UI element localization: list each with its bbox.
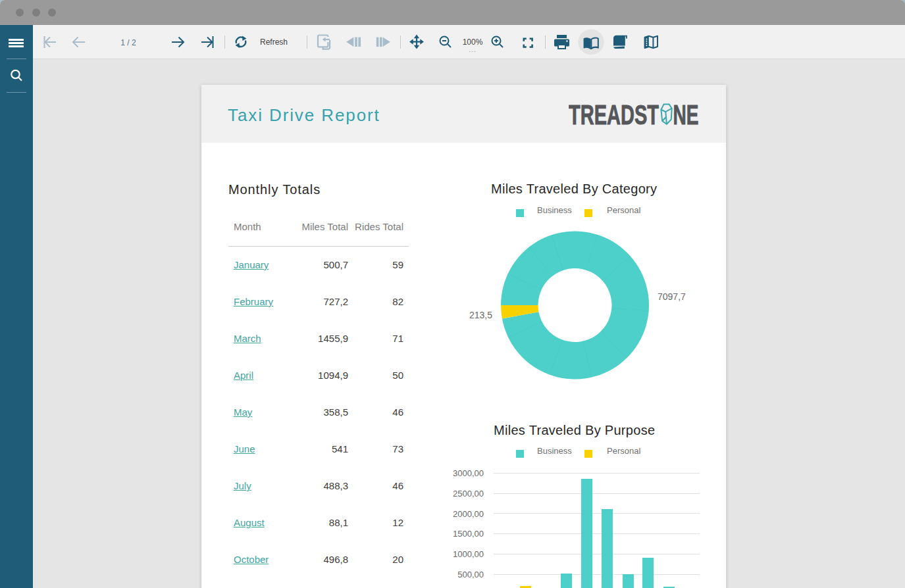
svg-text:NE: NE — [673, 103, 699, 126]
svg-text:TREADST: TREADST — [569, 103, 659, 126]
